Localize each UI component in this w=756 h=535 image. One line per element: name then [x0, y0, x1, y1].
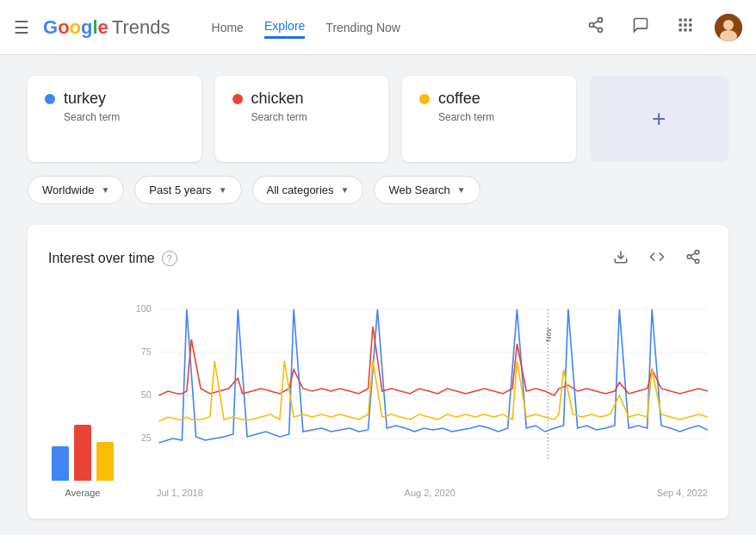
svg-point-2: [598, 28, 603, 32]
chevron-down-icon: ▼: [341, 185, 350, 195]
google-trends-logo: Google Trends: [43, 16, 170, 39]
svg-rect-9: [684, 23, 686, 26]
svg-rect-8: [679, 23, 682, 26]
chart-svg-container: 100 75 50 25 Nov Jul 1, 2018: [131, 292, 708, 498]
avg-bar-turkey: [52, 446, 69, 481]
chart-header: Interest over time ?: [48, 246, 708, 271]
feedback-icon[interactable]: [625, 9, 656, 45]
x-label-0: Jul 1, 2018: [157, 488, 203, 498]
main-content: turkey Search term chicken Search term c…: [0, 55, 756, 535]
filter-time[interactable]: Past 5 years ▼: [134, 176, 241, 204]
svg-rect-5: [679, 19, 682, 22]
header-right: [580, 9, 742, 45]
search-card-turkey[interactable]: turkey Search term: [28, 76, 201, 162]
menu-icon[interactable]: ☰: [14, 17, 29, 38]
search-cards-row: turkey Search term chicken Search term c…: [28, 76, 728, 162]
svg-text:Nov: Nov: [544, 328, 553, 342]
chart-actions: [606, 246, 708, 271]
chevron-down-icon: ▼: [101, 185, 109, 195]
turkey-term: turkey: [64, 90, 106, 108]
svg-point-20: [695, 259, 699, 264]
svg-line-4: [593, 21, 598, 23]
x-label-1: Aug 2, 2020: [405, 488, 455, 498]
filter-bar: Worldwide ▼ Past 5 years ▼ All categorie…: [28, 176, 728, 204]
chart-title-text: Interest over time: [48, 251, 155, 266]
apps-icon[interactable]: [670, 9, 701, 45]
x-label-2: Sep 4, 2022: [657, 488, 708, 498]
svg-point-0: [598, 18, 603, 22]
filter-location[interactable]: Worldwide ▼: [28, 176, 124, 204]
chart-svg: 100 75 50 25 Nov: [131, 292, 708, 482]
filter-search-type[interactable]: Web Search ▼: [374, 176, 480, 204]
svg-line-22: [691, 253, 695, 256]
average-bars: [52, 412, 114, 481]
search-card-turkey-header: turkey: [45, 90, 184, 108]
svg-point-1: [590, 23, 594, 28]
add-search-card[interactable]: +: [590, 76, 729, 162]
search-card-chicken-header: chicken: [232, 90, 372, 108]
search-card-coffee-header: coffee: [419, 90, 559, 108]
svg-text:100: 100: [136, 304, 152, 314]
svg-point-19: [687, 255, 691, 259]
header: ☰ Google Trends Home Explore Trending No…: [0, 0, 756, 55]
svg-text:25: 25: [141, 433, 152, 443]
turkey-dot: [45, 94, 55, 104]
interest-over-time-section: Interest over time ?: [28, 225, 728, 519]
chart-title-group: Interest over time ?: [48, 251, 177, 266]
svg-rect-7: [689, 19, 691, 22]
svg-line-21: [691, 258, 695, 260]
download-icon[interactable]: [606, 246, 635, 271]
chevron-down-icon: ▼: [219, 185, 227, 195]
avatar[interactable]: [715, 14, 742, 41]
svg-point-18: [695, 251, 699, 255]
svg-rect-11: [679, 28, 682, 31]
coffee-subtitle: Search term: [438, 111, 559, 123]
svg-point-15: [723, 20, 734, 30]
coffee-term: coffee: [438, 90, 480, 108]
embed-icon[interactable]: [642, 246, 672, 271]
chicken-term: chicken: [251, 90, 304, 108]
svg-text:75: 75: [141, 347, 152, 357]
main-nav: Home Explore Trending Now: [212, 16, 400, 39]
avg-bar-chicken: [74, 425, 91, 481]
filter-category[interactable]: All categories ▼: [252, 176, 364, 204]
header-left: ☰ Google Trends Home Explore Trending No…: [14, 16, 400, 39]
svg-rect-10: [689, 23, 691, 26]
x-axis-labels: Jul 1, 2018 Aug 2, 2020 Sep 4, 2022: [131, 488, 708, 498]
svg-rect-13: [689, 28, 691, 31]
svg-text:50: 50: [141, 390, 152, 400]
svg-rect-12: [684, 28, 686, 31]
share-chart-icon[interactable]: [679, 246, 708, 271]
chicken-subtitle: Search term: [251, 111, 372, 123]
search-card-chicken[interactable]: chicken Search term: [215, 76, 389, 162]
chart-area: Average 100 75 50 25 Nov: [48, 292, 708, 498]
svg-line-3: [593, 26, 598, 28]
chevron-down-icon: ▼: [457, 185, 466, 195]
svg-rect-6: [684, 19, 686, 22]
nav-explore[interactable]: Explore: [264, 16, 305, 39]
search-card-coffee[interactable]: coffee Search term: [402, 76, 576, 162]
add-icon: +: [652, 105, 666, 133]
share-icon[interactable]: [580, 9, 611, 45]
avg-label: Average: [65, 488, 101, 498]
nav-trending[interactable]: Trending Now: [325, 17, 400, 38]
nav-home[interactable]: Home: [212, 17, 244, 38]
help-icon[interactable]: ?: [162, 251, 177, 266]
coffee-dot: [419, 94, 430, 104]
chart-average: Average: [48, 292, 117, 498]
chicken-dot: [232, 94, 243, 104]
avg-bar-coffee: [96, 442, 114, 481]
turkey-subtitle: Search term: [64, 111, 184, 123]
